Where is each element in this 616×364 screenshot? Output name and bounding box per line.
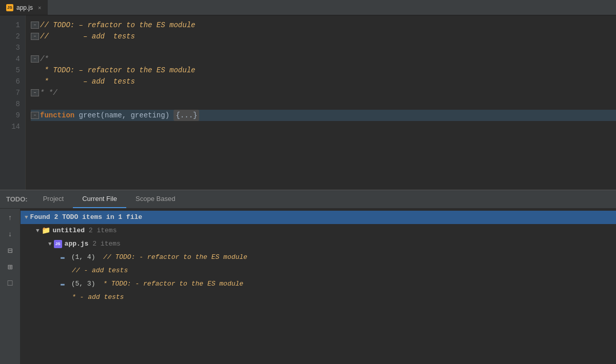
tree-arrow-folder: ▼ bbox=[36, 225, 40, 236]
code-text-8 bbox=[40, 98, 44, 110]
item-icon-2: ▬ bbox=[61, 278, 65, 290]
tree-item-1-text: // TODO: - refactor to the ES module bbox=[95, 252, 247, 263]
code-text-14 bbox=[40, 121, 44, 132]
tree-item-1-loc-val: (1, 4) bbox=[71, 252, 95, 263]
js-tree-icon: JS bbox=[54, 240, 62, 248]
tree-folder-name: untitled bbox=[53, 225, 85, 236]
tree-file-count: 2 items bbox=[88, 238, 120, 250]
code-text-6: * – add tests bbox=[40, 76, 135, 87]
square-button[interactable]: □ bbox=[3, 276, 17, 291]
tree-item-1-location bbox=[67, 252, 71, 263]
code-text-5: * TODO: – refactor to the ES module bbox=[40, 65, 195, 76]
tab-bar: JS app.js × bbox=[0, 0, 616, 15]
fold-icon-7[interactable]: – bbox=[31, 89, 39, 96]
code-line-5: * TODO: – refactor to the ES module bbox=[31, 65, 616, 76]
tree-item-2-location bbox=[67, 278, 71, 290]
tree-item-2[interactable]: ▬ (5, 3) * TODO: - refactor to the ES mo… bbox=[21, 277, 616, 291]
fold-icon-2[interactable]: – bbox=[31, 33, 39, 40]
code-text-2: // – add tests bbox=[40, 31, 135, 42]
tree-item-2-text-2: * - add tests bbox=[72, 292, 124, 303]
fold-icon-1[interactable]: – bbox=[31, 22, 39, 29]
code-line-1: – // TODO: – refactor to the ES module bbox=[31, 19, 616, 31]
todo-tab-row: TODO: Project Current File Scope Based bbox=[0, 190, 616, 209]
todo-tree-area: ↑ ↓ ⊟ ⊞ □ ▼ Found 2 TODO items in 1 file… bbox=[0, 209, 616, 364]
todo-label: TODO: bbox=[0, 195, 34, 203]
tree-file-name: app.js bbox=[65, 238, 89, 250]
fold-icon-4[interactable]: – bbox=[31, 55, 39, 63]
js-file-icon: JS bbox=[6, 4, 13, 11]
filter-button[interactable]: ⊟ bbox=[3, 244, 17, 258]
line-num-1: 1 bbox=[0, 19, 20, 31]
tree-item-1-text-2: // - add tests bbox=[72, 265, 128, 276]
todo-panel: TODO: Project Current File Scope Based ↑… bbox=[0, 190, 616, 364]
tree-summary-row[interactable]: ▼ Found 2 TODO items in 1 file bbox=[21, 211, 616, 224]
tab-close-button[interactable]: × bbox=[38, 5, 41, 11]
line-num-3: 3 bbox=[0, 42, 20, 53]
line-numbers: 1 2 3 4 5 6 7 8 9 14 bbox=[0, 15, 26, 190]
tree-item-2-loc-val: (5, 3) bbox=[71, 278, 95, 290]
code-text-1: // TODO: – refactor to the ES module bbox=[40, 19, 195, 31]
editor-area: 1 2 3 4 5 6 7 8 9 14 – // TODO: – refact… bbox=[0, 15, 616, 190]
tree-folder-row[interactable]: ▼ 📁 untitled 2 items bbox=[21, 224, 616, 237]
code-line-3 bbox=[31, 42, 616, 53]
up-arrow-button[interactable]: ↑ bbox=[3, 211, 17, 225]
file-tab-appjs[interactable]: JS app.js × bbox=[0, 0, 48, 15]
line-num-14: 14 bbox=[0, 121, 20, 132]
tree-item-2-text: * TODO: - refactor to the ES module bbox=[95, 278, 243, 290]
code-text-3 bbox=[40, 42, 44, 53]
tab-scope-based[interactable]: Scope Based bbox=[126, 190, 184, 208]
tab-current-file[interactable]: Current File bbox=[73, 190, 126, 208]
code-keyword-9: function bbox=[40, 110, 74, 121]
fold-icon-9[interactable]: – bbox=[31, 112, 39, 119]
tree-arrow-file: ▼ bbox=[48, 238, 52, 250]
todo-tree-content: ▼ Found 2 TODO items in 1 file ▼ 📁 untit… bbox=[21, 209, 616, 364]
line-num-4: 4 bbox=[0, 53, 20, 65]
line-num-9: 9 bbox=[0, 110, 20, 121]
todo-toolbar: ↑ ↓ ⊟ ⊞ □ bbox=[0, 209, 21, 364]
line-num-5: 5 bbox=[0, 65, 20, 76]
code-content: – // TODO: – refactor to the ES module –… bbox=[26, 15, 616, 190]
tree-summary-text: Found 2 TODO items in 1 file bbox=[30, 212, 142, 223]
code-text-4: /* bbox=[40, 53, 49, 65]
line-num-8: 8 bbox=[0, 98, 20, 110]
code-line-2: – // – add tests bbox=[31, 31, 616, 42]
code-line-4: – /* bbox=[31, 53, 616, 65]
tree-item-1-line2: // - add tests bbox=[21, 264, 616, 277]
line-num-2: 2 bbox=[0, 31, 20, 42]
code-line-7: – * */ bbox=[31, 87, 616, 98]
down-arrow-button[interactable]: ↓ bbox=[3, 227, 17, 241]
code-collapsed-9: {...} bbox=[174, 110, 199, 121]
code-text-7: * */ bbox=[40, 87, 57, 98]
tree-arrow-summary: ▼ bbox=[25, 212, 28, 223]
tab-project[interactable]: Project bbox=[34, 190, 73, 208]
code-line-14 bbox=[31, 121, 616, 132]
code-line-8 bbox=[31, 98, 616, 110]
tree-file-row[interactable]: ▼ JS app.js 2 items bbox=[21, 237, 616, 251]
folder-icon: 📁 bbox=[42, 225, 50, 236]
code-line-6: * – add tests bbox=[31, 76, 616, 87]
tree-folder-count: 2 items bbox=[85, 225, 117, 236]
tab-filename: app.js bbox=[16, 4, 33, 11]
item-icon-1: ▬ bbox=[61, 252, 65, 263]
code-line-9: – function greet(name, greeting) {...} bbox=[31, 110, 616, 121]
tree-item-2-line2: * - add tests bbox=[21, 291, 616, 304]
tree-item-1[interactable]: ▬ (1, 4) // TODO: - refactor to the ES m… bbox=[21, 251, 616, 264]
line-num-7: 7 bbox=[0, 87, 20, 98]
line-num-6: 6 bbox=[0, 76, 20, 87]
grid-button[interactable]: ⊞ bbox=[3, 260, 17, 274]
code-text-9: greet(name, greeting) bbox=[74, 110, 174, 121]
